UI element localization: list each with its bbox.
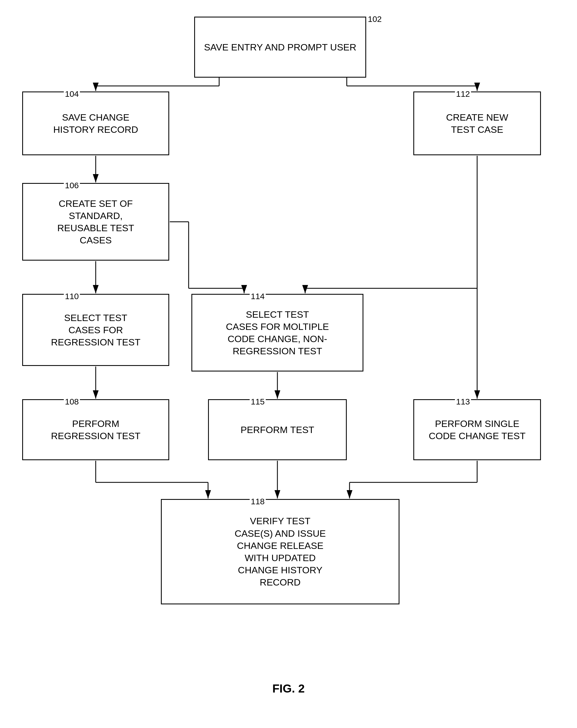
ref-106: 106 bbox=[64, 181, 80, 190]
ref-114: 114 bbox=[250, 292, 266, 301]
ref-102: 102 bbox=[367, 15, 383, 24]
box-save-change-history: SAVE CHANGEHISTORY RECORD bbox=[22, 92, 169, 155]
box-select-multiple-label: SELECT TESTCASES FOR MOLTIPLECODE CHANGE… bbox=[226, 308, 329, 357]
box-perform-test: PERFORM TEST bbox=[208, 399, 347, 460]
box-perform-single: PERFORM SINGLECODE CHANGE TEST bbox=[413, 399, 541, 460]
ref-110: 110 bbox=[64, 292, 80, 301]
box-create-set-standard-label: CREATE SET OFSTANDARD,REUSABLE TESTCASES bbox=[57, 198, 134, 246]
ref-118: 118 bbox=[250, 497, 266, 506]
ref-113: 113 bbox=[455, 397, 471, 407]
ref-112: 112 bbox=[455, 89, 471, 99]
box-verify-test-label: VERIFY TESTCASE(S) AND ISSUECHANGE RELEA… bbox=[235, 515, 326, 588]
box-verify-test: VERIFY TESTCASE(S) AND ISSUECHANGE RELEA… bbox=[161, 499, 399, 604]
box-perform-regression-label: PERFORMREGRESSION TEST bbox=[51, 417, 141, 442]
box-create-new-test-case-label: CREATE NEWTEST CASE bbox=[446, 111, 508, 135]
box-save-change-history-label: SAVE CHANGEHISTORY RECORD bbox=[53, 111, 138, 135]
box-perform-regression: PERFORMREGRESSION TEST bbox=[22, 399, 169, 460]
box-select-regression-label: SELECT TESTCASES FORREGRESSION TEST bbox=[51, 312, 141, 348]
flowchart-diagram: SAVE ENTRY AND PROMPT USER 102 SAVE CHAN… bbox=[0, 0, 577, 728]
ref-108: 108 bbox=[64, 397, 80, 407]
box-perform-single-label: PERFORM SINGLECODE CHANGE TEST bbox=[429, 417, 526, 442]
box-create-set-standard: CREATE SET OFSTANDARD,REUSABLE TESTCASES bbox=[22, 183, 169, 261]
box-create-new-test-case: CREATE NEWTEST CASE bbox=[413, 92, 541, 155]
ref-104: 104 bbox=[64, 89, 80, 99]
box-perform-test-label: PERFORM TEST bbox=[241, 424, 314, 436]
box-save-entry: SAVE ENTRY AND PROMPT USER bbox=[194, 17, 366, 78]
box-select-multiple: SELECT TESTCASES FOR MOLTIPLECODE CHANGE… bbox=[192, 294, 363, 371]
ref-115: 115 bbox=[250, 397, 266, 407]
box-save-entry-label: SAVE ENTRY AND PROMPT USER bbox=[204, 41, 356, 53]
figure-caption: FIG. 2 bbox=[239, 682, 338, 695]
box-select-regression: SELECT TESTCASES FORREGRESSION TEST bbox=[22, 294, 169, 366]
